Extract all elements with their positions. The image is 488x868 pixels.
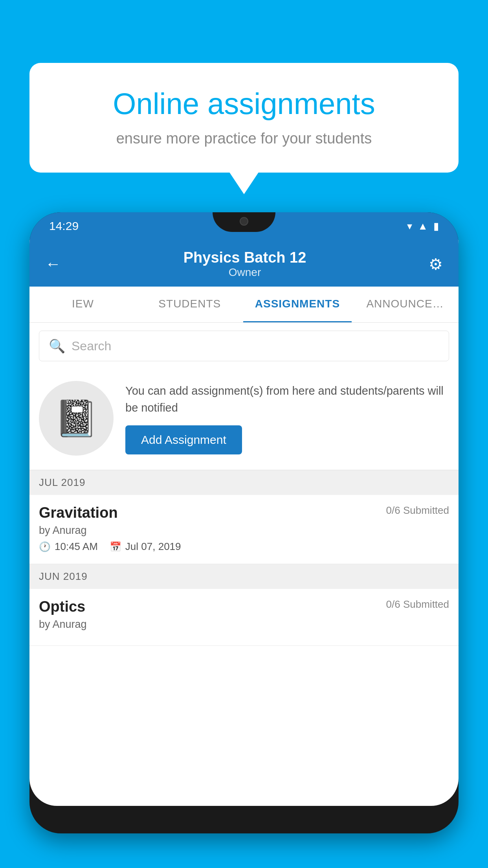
search-box[interactable]: 🔍 Search — [39, 331, 449, 361]
assignment-item-gravitation[interactable]: Gravitation 0/6 Submitted by Anurag 🕐 10… — [29, 495, 459, 564]
status-bar: 14:29 ▾ ▲ ▮ — [29, 212, 459, 240]
speech-bubble-subtitle: ensure more practice for your students — [57, 130, 431, 147]
phone: 14:29 ▾ ▲ ▮ ← Physics Batch 12 Owner ⚙ — [29, 212, 459, 833]
tabs-container: IEW STUDENTS ASSIGNMENTS ANNOUNCE… — [29, 287, 459, 323]
notch-camera — [240, 217, 248, 226]
assignment-time-value: 10:45 AM — [55, 541, 98, 553]
promo-content: You can add assignment(s) from here and … — [125, 383, 449, 454]
assignment-top-optics: Optics 0/6 Submitted — [39, 598, 449, 615]
promo-icon-circle: 📓 — [39, 381, 114, 456]
signal-icon: ▲ — [418, 220, 428, 232]
assignment-meta-gravitation: 🕐 10:45 AM 📅 Jul 07, 2019 — [39, 541, 449, 553]
assignment-title-optics: Optics — [39, 598, 85, 615]
add-assignment-button[interactable]: Add Assignment — [125, 425, 242, 454]
status-time: 14:29 — [49, 219, 79, 233]
battery-icon: ▮ — [433, 220, 439, 232]
notebook-icon: 📓 — [54, 398, 98, 439]
clock-icon: 🕐 — [39, 541, 51, 552]
assignment-time: 🕐 10:45 AM — [39, 541, 98, 553]
assignment-date: 📅 Jul 07, 2019 — [110, 541, 181, 553]
app-header: ← Physics Batch 12 Owner ⚙ — [29, 240, 459, 287]
assignment-by-optics: by Anurag — [39, 618, 449, 631]
tab-assignments[interactable]: ASSIGNMENTS — [243, 287, 352, 322]
search-container: 🔍 Search — [29, 323, 459, 369]
search-placeholder: Search — [72, 339, 111, 353]
assignment-item-optics[interactable]: Optics 0/6 Submitted by Anurag — [29, 589, 459, 646]
assignment-date-value: Jul 07, 2019 — [125, 541, 181, 553]
assignment-submitted-optics: 0/6 Submitted — [386, 598, 449, 611]
phone-screen: ← Physics Batch 12 Owner ⚙ IEW STUDENTS … — [29, 240, 459, 806]
assignment-submitted-gravitation: 0/6 Submitted — [386, 504, 449, 517]
header-subtitle: Owner — [183, 266, 306, 279]
speech-bubble-container: Online assignments ensure more practice … — [29, 63, 459, 173]
add-assignment-promo: 📓 You can add assignment(s) from here an… — [29, 369, 459, 470]
wifi-icon: ▾ — [407, 220, 412, 232]
speech-bubble-title: Online assignments — [57, 86, 431, 121]
tab-iew[interactable]: IEW — [29, 287, 136, 322]
search-icon: 🔍 — [49, 338, 65, 354]
tab-students[interactable]: STUDENTS — [136, 287, 243, 322]
header-title-container: Physics Batch 12 Owner — [183, 249, 306, 279]
status-icons: ▾ ▲ ▮ — [407, 220, 439, 232]
speech-bubble: Online assignments ensure more practice … — [29, 63, 459, 173]
settings-button[interactable]: ⚙ — [429, 255, 443, 273]
promo-text: You can add assignment(s) from here and … — [125, 383, 449, 417]
assignment-title-gravitation: Gravitation — [39, 504, 118, 521]
calendar-icon: 📅 — [110, 541, 121, 552]
assignment-top: Gravitation 0/6 Submitted — [39, 504, 449, 521]
section-header-jul: JUL 2019 — [29, 470, 459, 495]
header-title: Physics Batch 12 — [183, 249, 306, 266]
section-header-jun: JUN 2019 — [29, 564, 459, 589]
phone-notch — [213, 212, 275, 232]
phone-container: 14:29 ▾ ▲ ▮ ← Physics Batch 12 Owner ⚙ — [29, 212, 459, 868]
back-button[interactable]: ← — [45, 255, 61, 273]
assignment-by-gravitation: by Anurag — [39, 524, 449, 537]
tab-announcements[interactable]: ANNOUNCE… — [352, 287, 459, 322]
